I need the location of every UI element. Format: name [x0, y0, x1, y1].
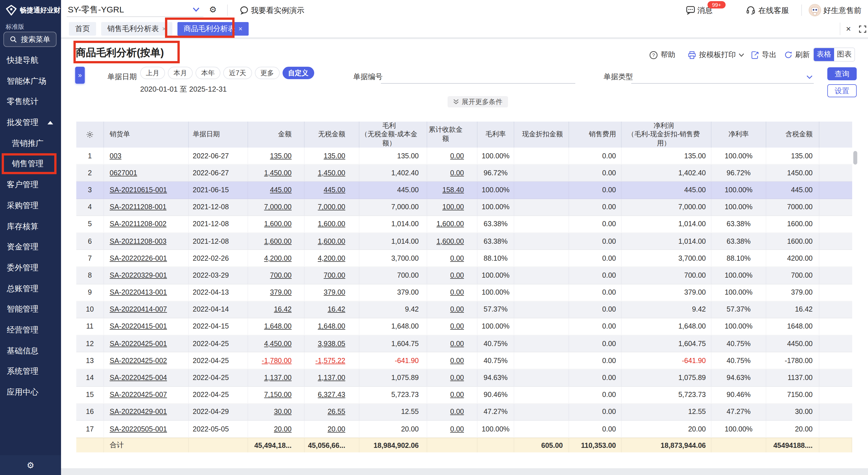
cell-net-amount[interactable]: 6,327.43 — [305, 386, 360, 403]
cell-order-no[interactable]: 003 — [104, 148, 189, 164]
org-switcher[interactable]: SY-零售-YGRL — [68, 4, 124, 15]
cell-amount[interactable]: -1,780.00 — [248, 353, 305, 369]
cell-net-amount[interactable]: 135.00 — [305, 148, 360, 164]
cell-order-no[interactable]: SA-20220425-002 — [104, 353, 189, 369]
table-row[interactable]: 14SA-20220425-0042022-04-251,137.001,137… — [76, 369, 852, 386]
cell-order-no[interactable]: 0627001 — [104, 165, 189, 181]
sidebar-footer[interactable]: ⚙ — [0, 455, 61, 475]
expand-more-conditions-button[interactable]: 展开更多条件 — [447, 96, 508, 108]
sidebar-item-营销推广[interactable]: 营销推广 — [0, 133, 61, 153]
sidebar-item-批发管理[interactable]: 批发管理 — [0, 112, 61, 132]
sidebar-item-委外管理[interactable]: 委外管理 — [0, 257, 61, 278]
table-row[interactable]: 15SA-20220425-0072022-04-257,150.006,327… — [76, 386, 852, 404]
support-label[interactable]: 在线客服 — [758, 6, 789, 16]
tab-销售毛利分析表[interactable]: 销售毛利分析表× — [101, 22, 173, 36]
date-quick-本年[interactable]: 本年 — [195, 67, 220, 79]
cell-net-amount[interactable]: 1,450.00 — [305, 165, 360, 181]
cell-amount[interactable]: 7,150.00 — [248, 386, 305, 403]
table-row[interactable]: 3SA-20210615-0012021-06-15445.00445.0044… — [76, 182, 852, 199]
sidebar-item-快捷导航[interactable]: 快捷导航 — [0, 50, 61, 70]
cell-net-amount[interactable]: 16.42 — [305, 301, 360, 318]
cell-net-amount[interactable]: -1,575.22 — [305, 353, 360, 369]
query-button[interactable]: 查询 — [827, 67, 857, 80]
vertical-scrollbar-thumb[interactable] — [853, 151, 857, 165]
date-quick-更多[interactable]: 更多 — [255, 67, 279, 79]
cell-received[interactable]: 0.00 — [427, 284, 477, 301]
cell-amount[interactable]: 700.00 — [248, 267, 305, 284]
messages-bubble-icon[interactable] — [686, 6, 695, 15]
cell-order-no[interactable]: SA-20220415-001 — [104, 318, 189, 335]
sidebar-item-采购管理[interactable]: 采购管理 — [0, 195, 61, 216]
cell-received[interactable]: 0.00 — [427, 267, 477, 284]
cell-order-no[interactable]: SA-20220329-001 — [104, 267, 189, 284]
table-row[interactable]: 5SA-20211208-0022021-12-081,600.001,600.… — [76, 216, 852, 233]
sidebar-item-库存核算[interactable]: 库存核算 — [0, 216, 61, 236]
user-name[interactable]: 好生意售前 — [824, 6, 862, 16]
cell-received[interactable]: 0.00 — [427, 301, 477, 318]
cell-received[interactable]: 0.00 — [427, 369, 477, 386]
cell-net-amount[interactable]: 26.55 — [305, 404, 360, 420]
table-row[interactable]: 9SA-20220413-0012022-04-13379.00379.0037… — [76, 284, 852, 301]
table-row[interactable]: 8SA-20220329-0012022-03-29700.00700.0070… — [76, 267, 852, 284]
cell-net-amount[interactable]: 1,137.00 — [305, 369, 360, 386]
sidebar-item-资金管理[interactable]: 资金管理 — [0, 236, 61, 257]
cell-net-amount[interactable]: 1,600.00 — [305, 216, 360, 232]
sidebar-item-智能管理[interactable]: 智能管理 — [0, 299, 61, 320]
cell-received[interactable]: 100.00 — [427, 199, 477, 215]
cell-order-no[interactable]: SA-20220425-001 — [104, 335, 189, 352]
table-row[interactable]: 13SA-20220425-0022022-04-25-1,780.00-1,5… — [76, 353, 852, 369]
sidebar-item-客户管理[interactable]: 客户管理 — [0, 174, 61, 195]
date-quick-本月[interactable]: 本月 — [168, 67, 193, 79]
org-settings-gear-icon[interactable]: ⚙ — [209, 4, 217, 15]
cell-received[interactable]: 0.00 — [427, 386, 477, 403]
cell-received[interactable]: 0.00 — [427, 318, 477, 335]
help-button[interactable]: ? 帮助 — [649, 50, 675, 60]
sidebar-item-经营管理[interactable]: 经营管理 — [0, 320, 61, 340]
print-by-template-button[interactable]: 按模板打印 — [688, 50, 744, 60]
cell-order-no[interactable]: SA-20220413-001 — [104, 284, 189, 301]
table-row[interactable]: 206270012022-06-271,450.001,450.001,402.… — [76, 165, 852, 181]
cell-amount[interactable]: 1,648.00 — [248, 318, 305, 335]
table-row[interactable]: 4SA-20211208-0012021-12-087,000.007,000.… — [76, 199, 852, 216]
cell-net-amount[interactable]: 1,648.00 — [305, 318, 360, 335]
user-avatar[interactable] — [809, 4, 821, 17]
cell-amount[interactable]: 1,450.00 — [248, 165, 305, 181]
cell-amount[interactable]: 1,137.00 — [248, 369, 305, 386]
table-row[interactable]: 7SA-20220226-0012022-02-264,200.004,200.… — [76, 250, 852, 267]
search-menu-button[interactable]: 搜索菜单 — [3, 32, 57, 47]
sidebar-item-基础信息[interactable]: 基础信息 — [0, 340, 61, 361]
view-chart-tab[interactable]: 图表 — [834, 48, 855, 61]
demo-speech-icon[interactable] — [240, 6, 249, 15]
table-row[interactable]: 17SA-20220505-0012022-05-0520.0020.0020.… — [76, 421, 852, 438]
cell-order-no[interactable]: SA-20220226-001 — [104, 250, 189, 266]
sidebar-item-系统管理[interactable]: 系统管理 — [0, 361, 61, 382]
column-settings-gear-icon[interactable] — [76, 122, 104, 148]
fullscreen-icon[interactable] — [859, 25, 866, 33]
export-button[interactable]: 导出 — [751, 50, 776, 60]
sidebar-item-智能体广场[interactable]: 智能体广场 — [0, 70, 61, 91]
cell-received[interactable]: 0.00 — [427, 404, 477, 420]
cell-amount[interactable]: 1,600.00 — [248, 216, 305, 232]
table-row[interactable]: 16SA-20220429-0012022-04-2930.0026.5512.… — [76, 404, 852, 421]
date-range-value[interactable]: 2020-01-01 至 2025-12-31 — [140, 84, 227, 94]
tab-商品毛利分析表[interactable]: 商品毛利分析表× — [178, 22, 249, 36]
settings-button[interactable]: 设置 — [827, 84, 857, 97]
close-all-tabs-icon[interactable]: × — [846, 24, 851, 34]
cell-received[interactable]: 0.00 — [427, 148, 477, 164]
refresh-button[interactable]: 刷新 — [784, 50, 810, 60]
cell-net-amount[interactable]: 3,938.05 — [305, 335, 360, 352]
cell-order-no[interactable]: SA-20220425-007 — [104, 386, 189, 403]
cell-received[interactable]: 0.00 — [427, 335, 477, 352]
sidebar-item-总账管理[interactable]: 总账管理 — [0, 278, 61, 299]
cell-net-amount[interactable]: 445.00 — [305, 182, 360, 198]
tab-close-icon[interactable]: × — [239, 25, 242, 32]
doc-no-input[interactable] — [381, 68, 575, 84]
cell-net-amount[interactable]: 379.00 — [305, 284, 360, 301]
cell-net-amount[interactable]: 7,000.00 — [305, 199, 360, 215]
cell-amount[interactable]: 1,600.00 — [248, 233, 305, 249]
cell-amount[interactable]: 445.00 — [248, 182, 305, 198]
cell-order-no[interactable]: SA-20220505-001 — [104, 421, 189, 437]
cell-amount[interactable]: 16.42 — [248, 301, 305, 318]
cell-amount[interactable]: 7,000.00 — [248, 199, 305, 215]
cell-received[interactable]: 1,600.00 — [427, 216, 477, 232]
